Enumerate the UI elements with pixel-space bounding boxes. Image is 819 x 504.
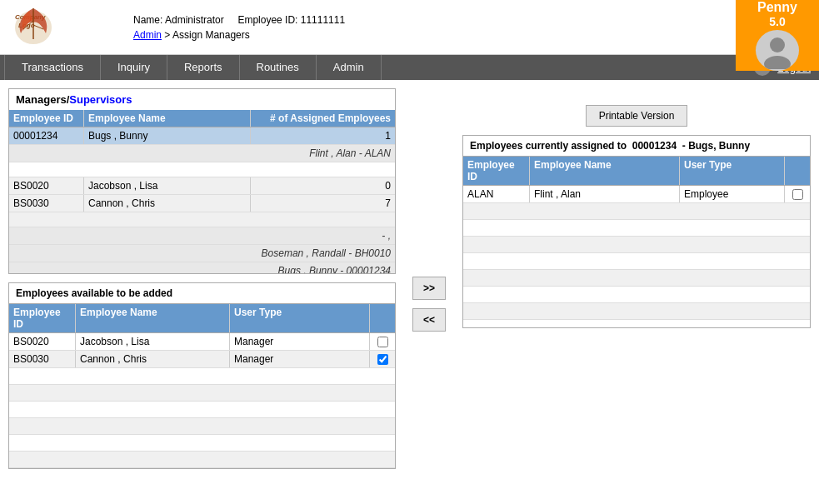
assigned-panel-title: Employees currently assigned to 00001234… xyxy=(463,136,810,157)
assigned-col-header-check xyxy=(785,157,810,185)
manager-1-id: 00001234 xyxy=(9,127,84,144)
assigned-scroll-area[interactable]: ALAN Flint , Alan Employee xyxy=(463,186,810,327)
left-panel: Managers/Supervisors Employee ID Employe… xyxy=(8,88,396,469)
sub-1-name: Flint , Alan - ALAN xyxy=(9,145,395,162)
sub-4-name: Bugs , Bunny - 00001234 xyxy=(9,262,395,273)
logo-area: Company Logo xyxy=(8,4,125,50)
assigned-col-header-id: Employee ID xyxy=(463,157,530,185)
available-panel: Employees available to be added Employee… xyxy=(8,282,396,469)
avail-2-type: Manager xyxy=(230,351,370,367)
sub-row-4: Bugs , Bunny - 00001234 xyxy=(9,262,395,273)
nav-inquiry[interactable]: Inquiry xyxy=(101,55,167,80)
assigned-panel: Employees currently assigned to 00001234… xyxy=(462,135,811,328)
col-header-emp-name: Employee Name xyxy=(84,110,251,127)
assigned-1-id: ALAN xyxy=(463,186,530,202)
assigned-1-name: Flint , Alan xyxy=(530,186,680,202)
manager-2-name: Jacobson , Lisa xyxy=(84,177,251,194)
nav-reports[interactable]: Reports xyxy=(167,55,240,80)
assigned-empty-8 xyxy=(463,320,810,327)
penny-version: 5.0 xyxy=(769,15,785,28)
assigned-title-prefix: Employees currently assigned to xyxy=(470,140,627,152)
avail-2-check-cell[interactable] xyxy=(370,351,395,367)
avail-empty-2 xyxy=(9,385,395,402)
assigned-title-name: Bugs, Bunny xyxy=(688,140,750,152)
breadcrumb-page: Assign Managers xyxy=(172,29,250,41)
nav-transactions[interactable]: Transactions xyxy=(4,55,101,80)
manager-2-assigned: 0 xyxy=(251,177,395,194)
manager-1-name: Bugs , Bunny xyxy=(84,127,251,144)
avail-empty-5 xyxy=(9,435,395,452)
assigned-row-1[interactable]: ALAN Flint , Alan Employee xyxy=(463,186,810,203)
avail-2-name: Cannon , Chris xyxy=(76,351,230,367)
header-name-line: Name: Administrator Employee ID: 1111111… xyxy=(133,14,811,26)
breadcrumb-sep: > xyxy=(164,29,172,41)
avail-col-header-id: Employee ID xyxy=(9,304,76,332)
move-right-button[interactable]: >> xyxy=(412,277,446,300)
assigned-1-checkbox[interactable] xyxy=(792,189,803,200)
manager-row-3[interactable]: BS0030 Cannon , Chris 7 xyxy=(9,195,395,212)
navbar: Transactions Inquiry Reports Routines Ad… xyxy=(0,55,819,80)
name-label: Name: xyxy=(133,14,162,26)
sub-row-1: Flint , Alan - ALAN xyxy=(9,145,395,162)
sub-3-name: Boseman , Randall - BH0010 xyxy=(9,245,395,262)
nav-routines[interactable]: Routines xyxy=(240,55,317,80)
avail-empty-4 xyxy=(9,418,395,435)
assigned-title-id: 00001234 xyxy=(632,140,677,152)
manager-row-2[interactable]: BS0020 Jacobson , Lisa 0 xyxy=(9,177,395,195)
printable-version-area: Printable Version xyxy=(462,105,811,127)
assigned-empty-7 xyxy=(463,303,810,320)
penny-box: Penny 5.0 xyxy=(736,0,819,71)
managers-panel: Managers/Supervisors Employee ID Employe… xyxy=(8,88,396,274)
middle-buttons-area: >> << xyxy=(404,88,454,469)
assigned-empty-4 xyxy=(463,253,810,270)
avail-2-checkbox[interactable] xyxy=(377,354,388,365)
manager-2-id: BS0020 xyxy=(9,177,84,194)
managers-title-text: Managers/ xyxy=(16,93,69,106)
assigned-1-check-cell[interactable] xyxy=(785,186,810,202)
nav-admin[interactable]: Admin xyxy=(317,55,382,80)
svg-point-6 xyxy=(770,37,785,52)
breadcrumb-admin[interactable]: Admin xyxy=(133,29,162,41)
avail-row-2[interactable]: BS0030 Cannon , Chris Manager xyxy=(9,351,395,368)
assigned-empty-2 xyxy=(463,220,810,237)
avail-1-checkbox[interactable] xyxy=(377,337,388,347)
emp-id-label: Employee ID: xyxy=(237,14,297,26)
empty-row-2 xyxy=(9,212,395,227)
manager-1-assigned: 1 xyxy=(251,127,395,144)
col-header-emp-id: Employee ID xyxy=(9,110,84,127)
avail-1-name: Jacobson , Lisa xyxy=(76,333,230,350)
avail-row-1[interactable]: BS0020 Jacobson , Lisa Manager xyxy=(9,333,395,351)
company-logo: Company Logo xyxy=(8,4,58,50)
available-grid-header: Employee ID Employee Name User Type xyxy=(9,304,395,333)
col-header-assigned: # of Assigned Employees xyxy=(251,110,395,127)
avail-2-id: BS0030 xyxy=(9,351,76,367)
available-panel-title: Employees available to be added xyxy=(9,283,395,304)
assigned-grid-header: Employee ID Employee Name User Type xyxy=(463,157,810,186)
printable-version-button[interactable]: Printable Version xyxy=(586,105,688,127)
avail-col-header-type: User Type xyxy=(230,304,370,332)
manager-row-1[interactable]: 00001234 Bugs , Bunny 1 xyxy=(9,127,395,145)
assigned-empty-5 xyxy=(463,270,810,287)
assigned-col-header-name: Employee Name xyxy=(530,157,680,185)
managers-scroll-area[interactable]: 00001234 Bugs , Bunny 1 Flint , Alan - A… xyxy=(9,127,395,273)
main-content: Managers/Supervisors Employee ID Employe… xyxy=(0,80,819,477)
avail-col-header-name: Employee Name xyxy=(76,304,230,332)
sub-row-2: - , xyxy=(9,227,395,245)
sub-row-3: Boseman , Randall - BH0010 xyxy=(9,245,395,262)
managers-grid-header: Employee ID Employee Name # of Assigned … xyxy=(9,110,395,127)
supervisors-title-text: Supervisors xyxy=(69,93,132,106)
move-left-button[interactable]: << xyxy=(412,308,446,332)
avail-1-type: Manager xyxy=(230,333,370,350)
assigned-empty-3 xyxy=(463,237,810,253)
available-scroll-area[interactable]: BS0020 Jacobson , Lisa Manager BS0030 Ca… xyxy=(9,333,395,468)
avail-empty-1 xyxy=(9,368,395,385)
assigned-empty-1 xyxy=(463,203,810,220)
manager-3-name: Cannon , Chris xyxy=(84,195,251,212)
breadcrumb: Admin > Assign Managers xyxy=(133,29,811,41)
svg-point-7 xyxy=(764,56,791,69)
avatar xyxy=(756,30,799,71)
avail-1-check-cell[interactable] xyxy=(370,333,395,350)
assigned-empty-6 xyxy=(463,287,810,303)
emp-id-value: 11111111 xyxy=(301,14,345,26)
avail-col-header-check xyxy=(370,304,395,332)
